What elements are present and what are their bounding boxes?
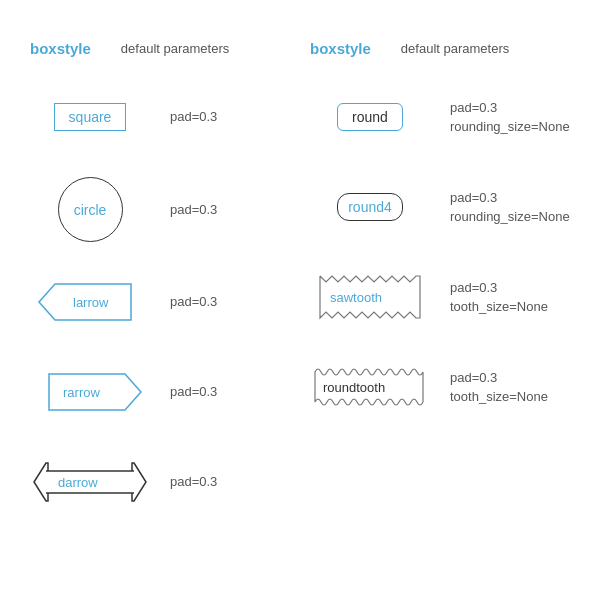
params-round-text: pad=0.3rounding_size=None (450, 100, 570, 135)
box-round4: round4 (337, 193, 403, 221)
shape-roundtooth-cell: roundtooth (310, 362, 430, 412)
right-header-params: default parameters (401, 41, 509, 56)
svg-text:larrow: larrow (73, 295, 109, 310)
params-sawtooth-text: pad=0.3tooth_size=None (450, 280, 548, 315)
svg-text:roundtooth: roundtooth (323, 380, 385, 395)
left-header-title: boxstyle (30, 40, 91, 57)
row-round4: round4 pad=0.3rounding_size=None (300, 177, 580, 237)
box-round: round (337, 103, 403, 131)
params-darrow: pad=0.3 (170, 472, 217, 492)
sawtooth-svg: sawtooth (316, 272, 424, 322)
box-circle: circle (58, 177, 123, 242)
row-square: square pad=0.3 (20, 87, 300, 147)
params-square: pad=0.3 (170, 107, 217, 127)
left-column: boxstyle default parameters square pad=0… (20, 40, 300, 542)
label-square: square (69, 109, 112, 125)
params-rarrow: pad=0.3 (170, 382, 217, 402)
row-rarrow: rarrow pad=0.3 (20, 362, 300, 422)
row-roundtooth: roundtooth pad=0.3tooth_size=None (300, 357, 580, 417)
shape-sawtooth-cell: sawtooth (310, 272, 430, 322)
shape-circle-cell: circle (30, 177, 150, 242)
roundtooth-svg: roundtooth (311, 362, 429, 412)
right-header-title: boxstyle (310, 40, 371, 57)
darrow-svg: darrow (30, 457, 150, 507)
params-larrow: pad=0.3 (170, 292, 217, 312)
rarrow-svg: rarrow (35, 370, 145, 414)
right-header: boxstyle default parameters (300, 40, 580, 57)
left-header-params: default parameters (121, 41, 229, 56)
row-sawtooth: sawtooth pad=0.3tooth_size=None (300, 267, 580, 327)
shape-larrow-cell: larrow (30, 280, 150, 324)
left-header: boxstyle default parameters (20, 40, 300, 57)
label-circle: circle (74, 202, 107, 218)
params-sawtooth: pad=0.3tooth_size=None (450, 278, 548, 317)
shape-rarrow-cell: rarrow (30, 370, 150, 414)
box-square: square (54, 103, 127, 131)
params-roundtooth: pad=0.3tooth_size=None (450, 368, 548, 407)
shape-square-cell: square (30, 103, 150, 131)
svg-marker-5 (34, 463, 48, 501)
label-round: round (352, 109, 388, 125)
params-round4-text: pad=0.3rounding_size=None (450, 190, 570, 225)
larrow-svg: larrow (35, 280, 145, 324)
params-round4: pad=0.3rounding_size=None (450, 188, 570, 227)
svg-marker-6 (132, 463, 146, 501)
params-round: pad=0.3rounding_size=None (450, 98, 570, 137)
shape-round4-cell: round4 (310, 193, 430, 221)
svg-text:sawtooth: sawtooth (330, 290, 382, 305)
row-circle: circle pad=0.3 (20, 177, 300, 242)
right-column: boxstyle default parameters round pad=0.… (300, 40, 580, 542)
main-container: boxstyle default parameters square pad=0… (0, 0, 600, 582)
row-larrow: larrow pad=0.3 (20, 272, 300, 332)
shape-darrow-cell: darrow (30, 457, 150, 507)
svg-text:rarrow: rarrow (63, 385, 100, 400)
row-round: round pad=0.3rounding_size=None (300, 87, 580, 147)
svg-text:darrow: darrow (58, 475, 98, 490)
row-darrow: darrow pad=0.3 (20, 452, 300, 512)
label-round4: round4 (348, 199, 392, 215)
params-roundtooth-text: pad=0.3tooth_size=None (450, 370, 548, 405)
params-circle: pad=0.3 (170, 200, 217, 220)
shape-round-cell: round (310, 103, 430, 131)
